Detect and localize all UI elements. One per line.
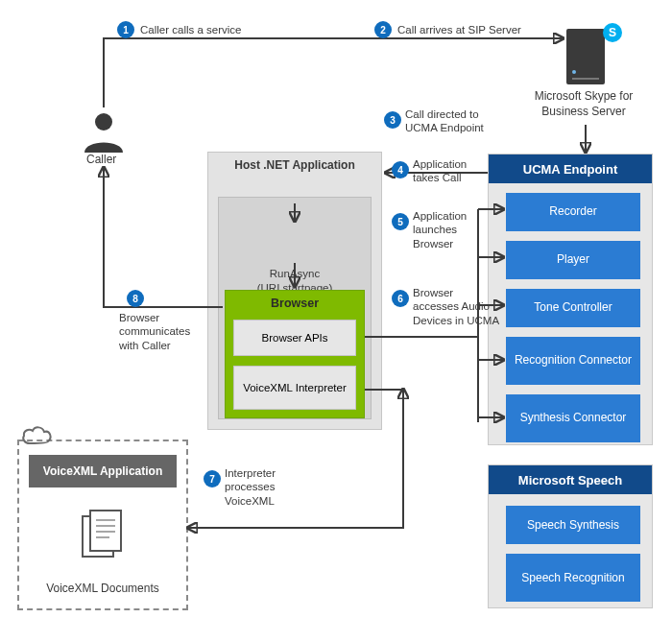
host-application-title: Host .NET Application [208,158,381,174]
browser-title: Browser [226,297,364,310]
step-label-8: Browser communicates with Caller [119,311,207,352]
voicexml-application-title: VoiceXML Application [29,455,177,487]
step-label-2: Call arrives at SIP Server [397,23,521,36]
step-label-5: Application launches Browser [413,209,490,250]
step-badge-6: 6 [392,290,409,307]
ucma-item-recorder: Recorder [506,193,640,231]
voicexml-application-box: VoiceXML Application VoiceXML Documents [17,440,188,610]
voicexml-interpreter-box: VoiceXML Interpreter [233,366,356,410]
skype-icon: S [603,23,622,42]
step-label-1: Caller calls a service [140,23,241,36]
browser-apis-box: Browser APIs [233,320,356,356]
voicexml-documents-label: VoiceXML Documents [19,582,186,597]
step-badge-5: 5 [392,213,409,230]
ucma-header: UCMA Endpoint [489,154,652,183]
step-badge-2: 2 [374,21,392,38]
microsoft-speech-box: Microsoft Speech Speech Synthesis Speech… [488,464,653,608]
ucma-item-tone-controller: Tone Controller [506,289,640,327]
ucma-item-synthesis-connector: Synthesis Connector [506,394,640,442]
speech-recognition-item: Speech Recognition [506,554,640,602]
microsoft-speech-header: Microsoft Speech [489,465,652,494]
svg-point-12 [95,113,112,131]
step-badge-7: 7 [204,470,221,487]
server-icon [566,29,605,84]
step-badge-4: 4 [392,161,409,178]
browser-box: Browser Browser APIs VoiceXML Interprete… [225,290,365,418]
step-label-4: Application takes Call [413,157,490,185]
step-label-3: Call directed to UCMA Endpoint [405,107,511,135]
svg-rect-14 [90,511,121,551]
step-label-6: Browser accesses Audio Devices in UCMA [413,286,502,327]
ucma-item-player: Player [506,241,640,279]
server-label: Microsoft Skype for Business Server [521,89,646,119]
ucma-endpoint-box: UCMA Endpoint Recorder Player Tone Contr… [488,154,653,445]
caller-icon [82,110,126,153]
speech-synthesis-item: Speech Synthesis [506,506,640,544]
caller-label: Caller [86,153,116,166]
step-badge-8: 8 [127,290,144,307]
documents-icon [81,507,129,564]
step-label-7: Interpreter processes VoiceXML [225,466,301,508]
step-badge-1: 1 [117,21,134,38]
ucma-item-recognition-connector: Recognition Connector [506,337,640,385]
cloud-icon [21,424,54,449]
step-badge-3: 3 [384,111,401,129]
